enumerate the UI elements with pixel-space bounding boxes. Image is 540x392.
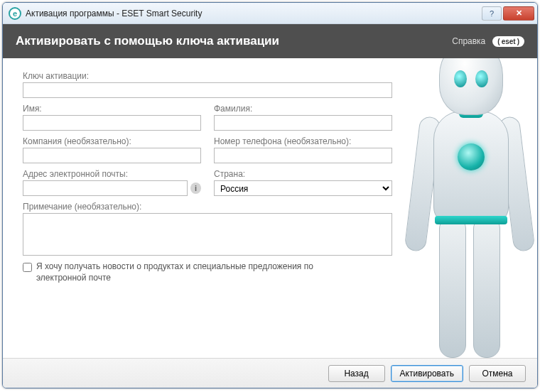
titlebar: e Активация программы - ESET Smart Secur…	[3, 3, 537, 24]
country-label: Страна:	[214, 169, 392, 179]
page-heading: Активировать с помощью ключа активации	[16, 34, 452, 48]
country-select[interactable]: Россия	[214, 180, 392, 196]
activate-button[interactable]: Активировать	[391, 365, 463, 382]
app-icon: e	[9, 7, 21, 20]
close-button[interactable]: ✕	[503, 6, 534, 21]
activation-window: e Активация программы - ESET Smart Secur…	[2, 2, 538, 388]
note-textarea[interactable]	[23, 213, 392, 256]
phone-input[interactable]	[214, 148, 392, 163]
company-label: Компания (необязательно):	[23, 136, 201, 146]
newsletter-label: Я хочу получать новости о продуктах и сп…	[36, 261, 363, 283]
company-input[interactable]	[23, 148, 201, 163]
help-button[interactable]: ?	[482, 6, 502, 21]
last-name-input[interactable]	[214, 115, 392, 131]
mascot-area	[402, 58, 537, 358]
email-label: Адрес электронной почты:	[23, 169, 201, 179]
info-icon[interactable]: i	[190, 183, 201, 194]
back-button[interactable]: Назад	[328, 365, 385, 382]
cancel-button[interactable]: Отмена	[469, 365, 526, 382]
note-label: Примечание (необязательно):	[23, 202, 392, 212]
footer: Назад Активировать Отмена	[3, 358, 537, 388]
help-link[interactable]: Справка	[452, 36, 485, 46]
phone-label: Номер телефона (необязательно):	[214, 136, 392, 146]
email-input[interactable]	[23, 180, 188, 196]
robot-mascot	[402, 58, 537, 358]
activation-key-input[interactable]	[23, 82, 392, 98]
activation-key-label: Ключ активации:	[23, 71, 392, 81]
brand-badge: (eset)	[492, 36, 524, 47]
first-name-input[interactable]	[23, 115, 201, 131]
first-name-label: Имя:	[23, 104, 201, 114]
header-bar: Активировать с помощью ключа активации С…	[3, 24, 537, 58]
newsletter-checkbox[interactable]	[23, 263, 32, 272]
last-name-label: Фамилия:	[214, 104, 392, 114]
activation-form: Ключ активации: Имя: Фамилия: Компания (…	[3, 58, 402, 358]
window-title: Активация программы - ESET Smart Securit…	[26, 9, 202, 18]
